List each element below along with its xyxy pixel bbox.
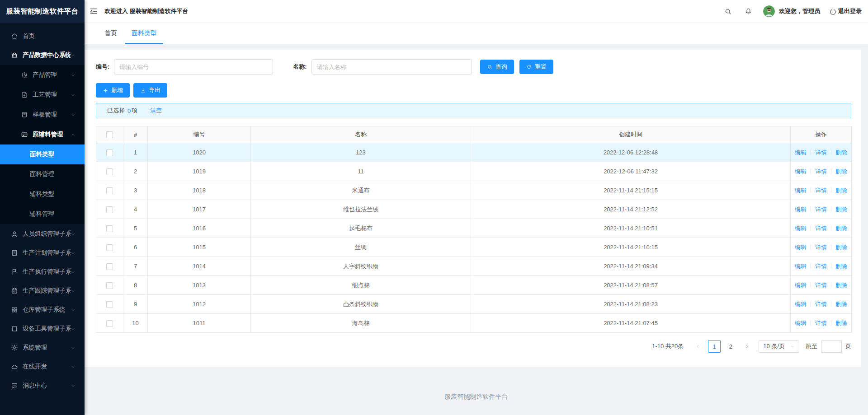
sidebar-item-system-mgmt[interactable]: 系统管理 [0, 339, 85, 357]
sidebar-item-online-dev[interactable]: 在线开发 [0, 358, 85, 376]
select-all-checkbox[interactable] [106, 131, 113, 138]
row-actions: 编辑详情删除 [791, 162, 852, 181]
page-size-select[interactable]: 10 条/页 [759, 340, 799, 353]
page-1-button[interactable]: 1 [708, 340, 721, 353]
detail-link[interactable]: 详情 [815, 320, 827, 326]
row-checkbox[interactable] [106, 149, 113, 156]
sidebar-item-accessory-mgmt[interactable]: 辅料管理 [0, 204, 85, 224]
row-checkbox[interactable] [106, 168, 113, 175]
prev-page-button[interactable] [692, 340, 704, 353]
row-checkbox[interactable] [106, 301, 113, 308]
search-button[interactable]: 查询 [480, 60, 514, 74]
delete-link[interactable]: 删除 [835, 301, 847, 308]
row-checkbox[interactable] [106, 263, 113, 270]
row-actions: 编辑详情删除 [791, 276, 852, 295]
detail-link[interactable]: 详情 [815, 225, 827, 232]
bell-icon[interactable] [745, 8, 752, 15]
code-input[interactable] [114, 59, 273, 75]
detail-link[interactable]: 详情 [815, 187, 827, 194]
reset-button[interactable]: 重置 [519, 60, 553, 74]
credit-card-icon [21, 131, 28, 138]
menu-fold-icon[interactable] [89, 7, 98, 16]
table-header-row: # 编号 名称 创建时间 操作 [96, 126, 852, 143]
logout-button[interactable]: 退出登录 [829, 7, 862, 15]
sidebar-item-raw-material-mgmt[interactable]: 原辅料管理 [0, 125, 85, 145]
table-row: 7 1014 人字斜纹织物 2022-11-14 21:09:34 编辑详情删除 [96, 257, 852, 276]
delete-link[interactable]: 删除 [835, 225, 847, 232]
delete-link[interactable]: 删除 [835, 206, 847, 213]
sidebar-item-sample-mgmt[interactable]: 样板管理 [0, 105, 85, 125]
sidebar-item-production-exec[interactable]: 生产执行管理子系统 [0, 263, 85, 281]
edit-link[interactable]: 编辑 [795, 301, 807, 308]
edit-link[interactable]: 编辑 [795, 206, 807, 213]
sidebar-item-accessory-type[interactable]: 辅料类型 [0, 184, 85, 204]
edit-link[interactable]: 编辑 [795, 149, 807, 156]
row-checkbox[interactable] [106, 320, 113, 327]
export-button[interactable]: 导出 [133, 83, 167, 98]
sidebar-item-production-track[interactable]: 生产跟踪管理子系统 [0, 282, 85, 300]
sidebar-item-warehouse[interactable]: 仓库管理子系统 [0, 301, 85, 319]
detail-link[interactable]: 详情 [815, 206, 827, 213]
file-add-icon [21, 91, 28, 98]
next-page-button[interactable] [741, 340, 753, 353]
edit-link[interactable]: 编辑 [795, 168, 807, 175]
sidebar-item-process-mgmt[interactable]: 工艺管理 [0, 85, 85, 105]
sidebar-item-personnel-org[interactable]: 人员组织管理子系统 [0, 225, 85, 243]
tab-fabric-type[interactable]: 面料类型 [125, 23, 163, 44]
page-2-button[interactable]: 2 [724, 340, 737, 353]
sidebar-item-fabric-mgmt[interactable]: 面料管理 [0, 164, 85, 184]
detail-link[interactable]: 详情 [815, 301, 827, 308]
tab-home[interactable]: 首页 [98, 23, 123, 44]
sidebar-item-product-mgmt[interactable]: 产品管理 [0, 65, 85, 85]
detail-link[interactable]: 详情 [815, 168, 827, 175]
name-input[interactable] [311, 59, 472, 75]
detail-link[interactable]: 详情 [815, 263, 827, 270]
add-button[interactable]: 新增 [96, 83, 130, 98]
col-code: 编号 [148, 126, 251, 143]
delete-link[interactable]: 删除 [835, 244, 847, 251]
clear-selection-link[interactable]: 清空 [150, 107, 162, 115]
jump-page-input[interactable] [821, 340, 842, 353]
sidebar-item-fabric-type[interactable]: 面料类型 [0, 145, 85, 164]
avatar[interactable] [763, 5, 775, 17]
row-created: 2022-12-06 12:28:48 [471, 143, 791, 162]
row-index: 8 [123, 276, 148, 295]
edit-link[interactable]: 编辑 [795, 225, 807, 232]
detail-link[interactable]: 详情 [815, 149, 827, 156]
sidebar-item-label: 在线开发 [23, 363, 71, 371]
search-icon[interactable] [724, 8, 732, 15]
edit-link[interactable]: 编辑 [795, 187, 807, 194]
detail-link[interactable]: 详情 [815, 244, 827, 251]
row-checkbox[interactable] [106, 206, 113, 213]
sidebar-item-production-plan[interactable]: 生产计划管理子系统 [0, 244, 85, 262]
row-code: 1012 [148, 295, 251, 314]
action-separator [831, 168, 831, 174]
delete-link[interactable]: 删除 [835, 320, 847, 326]
row-actions: 编辑详情删除 [791, 181, 852, 200]
sidebar-item-label: 辅料类型 [30, 190, 75, 198]
table-row: 1 1020 123 2022-12-06 12:28:48 编辑详情删除 [96, 143, 852, 162]
detail-link[interactable]: 详情 [815, 282, 827, 289]
delete-link[interactable]: 删除 [835, 187, 847, 194]
row-checkbox[interactable] [106, 225, 113, 232]
edit-link[interactable]: 编辑 [795, 263, 807, 270]
delete-link[interactable]: 删除 [835, 168, 847, 175]
row-checkbox[interactable] [106, 187, 113, 194]
edit-link[interactable]: 编辑 [795, 320, 807, 326]
sidebar-item-label: 人员组织管理子系统 [23, 230, 71, 238]
sidebar-item-message-center[interactable]: 消息中心 [0, 377, 85, 395]
sidebar-item-home[interactable]: 首页 [0, 27, 85, 45]
delete-link[interactable]: 删除 [835, 263, 847, 270]
edit-link[interactable]: 编辑 [795, 244, 807, 251]
delete-link[interactable]: 删除 [835, 282, 847, 289]
edit-link[interactable]: 编辑 [795, 282, 807, 289]
sidebar-item-product-data-center[interactable]: 产品数据中心系统 [0, 46, 85, 64]
row-checkbox[interactable] [106, 282, 113, 289]
action-separator [831, 149, 831, 155]
row-created: 2022-12-06 11:47:32 [471, 162, 791, 181]
delete-link[interactable]: 删除 [835, 149, 847, 156]
sidebar-item-label: 仓库管理子系统 [23, 306, 71, 314]
action-separator [831, 244, 831, 250]
row-checkbox[interactable] [106, 244, 113, 251]
sidebar-item-equipment-tool[interactable]: 设备工具管理子系统 [0, 320, 85, 338]
